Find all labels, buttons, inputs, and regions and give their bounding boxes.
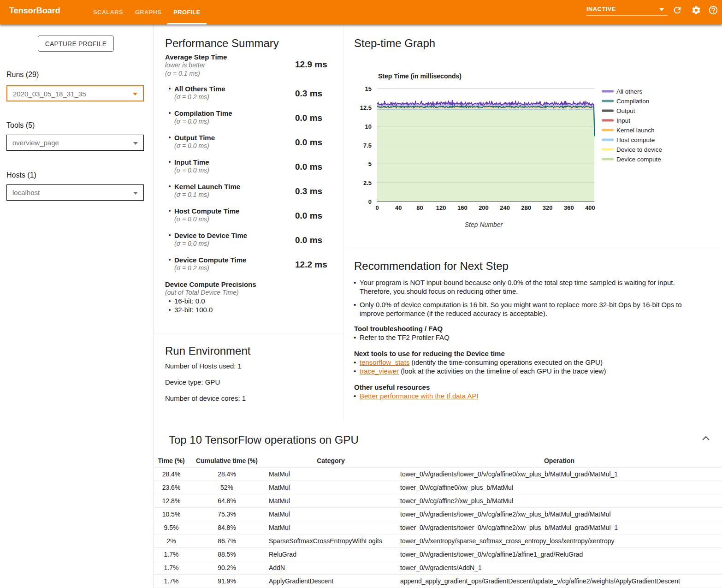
- bullet: [169, 112, 171, 114]
- run-env-item: Number of Hosts used: 1: [165, 362, 242, 370]
- table-row[interactable]: 1.7%90.2%AddNtower_0/v/gradients/AddN_1: [154, 561, 722, 574]
- run-env-item: Number of device cores: 1: [165, 394, 246, 402]
- metric-label: Output Time: [174, 134, 349, 142]
- bullet: [169, 234, 171, 236]
- legend-item-device-to-device[interactable]: Device to device: [602, 146, 662, 153]
- recommendation-title: Recommendation for Next Step: [354, 260, 509, 273]
- tab-graphs[interactable]: GRAPHS: [129, 0, 167, 24]
- table-row[interactable]: 12.8%64.8%MatMultower_0/v/cg/affine2/xw_…: [154, 494, 722, 507]
- metric-sigma: (σ = 0.1 ms): [174, 190, 349, 199]
- cell-time: 1.7%: [154, 547, 189, 561]
- metric-item: All Others Time(σ = 0.2 ms)0.3 ms: [165, 85, 349, 101]
- cell-time: 12.8%: [154, 494, 189, 507]
- status-dropdown[interactable]: INACTIVE: [586, 4, 668, 16]
- svg-text:0: 0: [368, 198, 372, 205]
- svg-text:Kernel launch: Kernel launch: [616, 127, 655, 134]
- svg-text:Device compute: Device compute: [616, 156, 661, 163]
- cell-category: MatMul: [265, 481, 397, 494]
- cell-time: 10.5%: [154, 507, 189, 521]
- help-icon[interactable]: [708, 5, 718, 15]
- col-header[interactable]: Category: [265, 454, 397, 467]
- hosts-select[interactable]: localhost: [6, 184, 144, 201]
- legend-item-host-compute[interactable]: Host compute: [602, 137, 655, 143]
- refresh-icon[interactable]: [672, 5, 682, 15]
- metric-label: Compilation Time: [174, 109, 349, 117]
- cell-operation: tower_0/v/xentropy/sparse_softmax_cross_…: [397, 534, 722, 547]
- svg-text:200: 200: [479, 204, 489, 211]
- app-title: TensorBoard: [9, 6, 60, 16]
- metric-value: 12.2 ms: [295, 260, 327, 270]
- tools-caret-icon: [133, 142, 138, 145]
- tfdata-link[interactable]: Better performance with the tf.data API: [360, 392, 479, 400]
- cell-cumulative: 28.4%: [189, 467, 265, 481]
- svg-text:10: 10: [365, 123, 372, 130]
- step-time-graph-section: Step-time Graph 02.557.51012.51504080120…: [344, 24, 722, 248]
- tools-select[interactable]: overview_page: [6, 135, 144, 151]
- capture-profile-button[interactable]: CAPTURE PROFILE: [38, 36, 114, 52]
- table-row[interactable]: 9.5%84.8%MatMultower_0/v/gradients/tower…: [154, 521, 722, 534]
- svg-text:240: 240: [500, 204, 510, 211]
- table-row[interactable]: 23.6%52%MatMultower_0/v/cg/affine0/xw_pl…: [154, 481, 722, 494]
- cell-category: SparseSoftmaxCrossEntropyWithLogits: [265, 534, 397, 547]
- legend-item-output[interactable]: Output: [602, 107, 635, 114]
- status-value: INACTIVE: [586, 6, 616, 12]
- svg-text:120: 120: [436, 204, 446, 211]
- cell-operation: tower_0/v/gradients/tower_0/v/cg/affine0…: [397, 467, 722, 481]
- bullet: [169, 300, 171, 302]
- col-header[interactable]: Cumulative time (%): [189, 454, 265, 467]
- cell-time: 9.5%: [154, 521, 189, 534]
- cell-operation: tower_0/v/gradients/tower_0/v/cg/affine1…: [397, 547, 722, 561]
- legend-item-device-compute[interactable]: Device compute: [602, 156, 661, 163]
- metric-sigma: (σ = 0.0 ms): [174, 215, 349, 223]
- metric-value: 0.0 ms: [295, 162, 322, 172]
- legend-item-compilation[interactable]: Compilation: [602, 98, 649, 105]
- col-header[interactable]: Time (%): [154, 454, 189, 467]
- table-row[interactable]: 2%86.7%SparseSoftmaxCrossEntropyWithLogi…: [154, 534, 722, 547]
- reco-bullet-input-bound: Your program is NOT input-bound because …: [360, 278, 675, 296]
- svg-text:Output: Output: [616, 107, 635, 114]
- cell-time: 28.4%: [154, 467, 189, 481]
- tensorflow-stats-link[interactable]: tensorflow_stats: [360, 358, 409, 366]
- trace-viewer-link[interactable]: trace_viewer: [360, 367, 399, 375]
- column-divider: [343, 24, 344, 421]
- top-ops-title: Top 10 TensorFlow operations on GPU: [169, 434, 359, 446]
- bullet: [169, 185, 171, 187]
- metric-label: All Others Time: [174, 85, 349, 93]
- svg-text:280: 280: [521, 204, 532, 211]
- svg-text:15: 15: [365, 85, 372, 92]
- table-row[interactable]: 10.5%75.3%MatMultower_0/v/gradients/towe…: [154, 507, 722, 521]
- legend-item-input[interactable]: Input: [602, 117, 630, 124]
- cell-category: MatMul: [265, 494, 397, 507]
- cell-category: MatMul: [265, 507, 397, 521]
- table-row[interactable]: 1.7%91.9%ApplyGradientDescentappend_appl…: [154, 574, 722, 588]
- col-header[interactable]: Operation: [397, 454, 722, 467]
- cell-cumulative: 75.3%: [189, 507, 265, 521]
- top-ops-table: Time (%)Cumulative time (%)CategoryOpera…: [154, 454, 722, 588]
- tab-scalars[interactable]: SCALARS: [87, 0, 129, 24]
- table-row[interactable]: 28.4%28.4%MatMultower_0/v/gradients/towe…: [154, 467, 722, 481]
- precisions-note: (out of Total Device Time): [165, 288, 349, 297]
- sidebar: CAPTURE PROFILE Runs (29) 2020_03_05_18_…: [0, 24, 154, 588]
- runs-select[interactable]: 2020_03_05_18_31_35: [6, 85, 144, 101]
- legend-item-all-others[interactable]: All others: [602, 88, 643, 95]
- device-compute-precisions: Device Compute Precisions (out of Total …: [165, 280, 349, 314]
- svg-text:Step Time (in milliseconds): Step Time (in milliseconds): [378, 72, 462, 80]
- svg-text:12.5: 12.5: [360, 104, 372, 111]
- metric-label: Device to Device Time: [174, 232, 349, 239]
- top-ops-section: Top 10 TensorFlow operations on GPU Time…: [154, 421, 722, 588]
- metric-value: 0.3 ms: [295, 186, 322, 196]
- table-row[interactable]: 1.7%88.5%ReluGradtower_0/v/gradients/tow…: [154, 547, 722, 561]
- settings-icon[interactable]: [691, 5, 701, 15]
- tab-profile[interactable]: PROFILE: [167, 0, 206, 24]
- metric-value: 0.0 ms: [295, 211, 322, 221]
- runs-caret-icon: [133, 93, 137, 95]
- cell-category: ReluGrad: [265, 547, 397, 561]
- svg-text:400: 400: [585, 204, 595, 211]
- legend-item-kernel-launch[interactable]: Kernel launch: [602, 127, 655, 134]
- metric-value: 0.0 ms: [295, 113, 322, 123]
- collapse-chevron-icon[interactable]: [702, 435, 710, 441]
- average-step-time-metric: Average Step Time lower is better (σ = 0…: [165, 53, 349, 77]
- svg-text:2.5: 2.5: [363, 179, 372, 186]
- metric-item: Host Compute Time(σ = 0.0 ms)0.0 ms: [165, 207, 349, 223]
- svg-text:80: 80: [416, 204, 423, 211]
